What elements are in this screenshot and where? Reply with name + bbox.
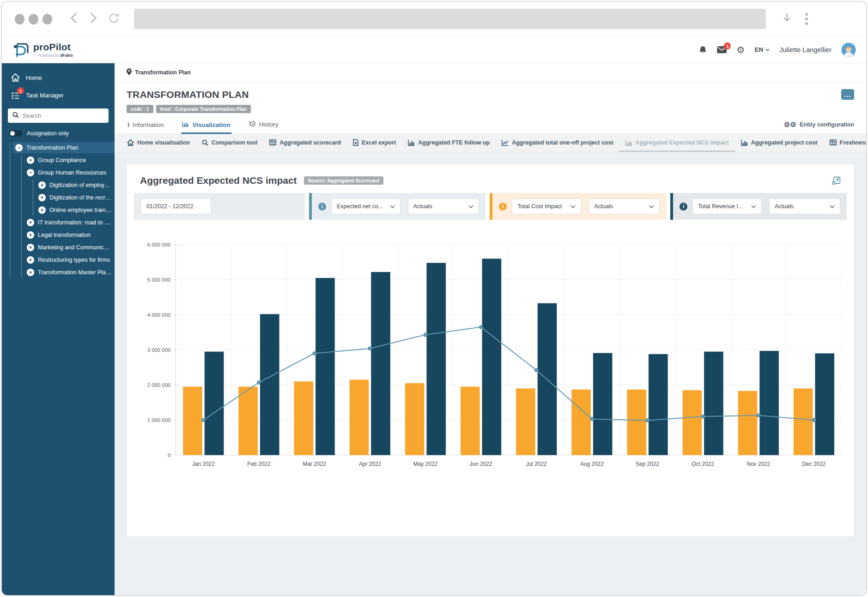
browser-menu-icon[interactable]	[805, 13, 808, 25]
settings-gear-icon[interactable]: ⚙	[736, 45, 745, 54]
avatar[interactable]	[841, 42, 856, 57]
info-icon[interactable]: i	[499, 203, 507, 211]
toolbar-item-home-visualisation[interactable]: Home visualisation	[121, 134, 196, 152]
metric-select[interactable]: Total Revenue I...	[692, 199, 762, 214]
forward-icon[interactable]	[88, 12, 99, 26]
info-icon[interactable]: i	[318, 203, 326, 211]
tree-item-label: Transformation Master Plan -...	[38, 269, 112, 276]
toolbar-item-label: Excel export	[362, 139, 396, 146]
expand-icon[interactable]: +	[27, 244, 34, 251]
svg-text:Nov 2022: Nov 2022	[747, 461, 770, 467]
svg-text:2 000 000: 2 000 000	[147, 382, 171, 388]
sidebar-item-task-manager[interactable]: 1 Task Manager	[2, 86, 115, 104]
assignation-toggle[interactable]	[9, 130, 22, 137]
toolbar-item-aggregated-scorecard[interactable]: Aggregated scorecard	[263, 134, 347, 152]
chevron-down-icon	[390, 205, 395, 208]
expand-icon[interactable]: +	[38, 194, 46, 201]
tree-item-digitization-of-employees[interactable]: +Digitization of employees ...	[36, 180, 115, 191]
url-bar[interactable]	[134, 9, 766, 29]
toolbar-item-aggregated-fte-follow-up[interactable]: Aggregated FTE follow up	[402, 134, 496, 152]
expand-icon[interactable]: +	[38, 181, 46, 189]
toolbar-item-aggregated-expected-ncs-impact[interactable]: Aggregated Expected NCS impact	[619, 134, 735, 152]
expand-icon[interactable]: +	[27, 256, 34, 264]
location-pin-icon	[127, 68, 132, 77]
expand-icon[interactable]: +	[27, 269, 34, 276]
tree-item-label: Online employee training ...	[49, 207, 112, 213]
tree-item-label: IT transformation: road to 20...	[38, 219, 112, 226]
svg-text:Apr 2022: Apr 2022	[359, 461, 381, 467]
metric-select[interactable]: Total Cost Impact	[512, 199, 581, 214]
tree-item-label: Restructuring types for firms	[38, 257, 110, 263]
collapse-icon[interactable]: −	[27, 169, 34, 176]
chart-bar-icon	[741, 139, 748, 146]
date-range-input[interactable]: 01/2022 - 12/2022	[140, 199, 211, 214]
messages-icon[interactable]: 1	[717, 46, 727, 54]
app-tagline: — Powered by dFakto	[33, 53, 73, 58]
panel-title: Aggregated Expected NCS impact	[140, 175, 297, 186]
chart-line-icon	[502, 139, 509, 146]
svg-text:6 000 000: 6 000 000	[147, 242, 171, 247]
svg-text:Jan 2022: Jan 2022	[192, 461, 215, 467]
tree-item-label: Digitization of employees ...	[49, 182, 112, 188]
app-logo[interactable]: proPilot — Powered by dFakto	[11, 41, 73, 59]
notifications-bell-icon[interactable]	[698, 45, 707, 54]
tree-item-legal-transformation[interactable]: +Legal transformation	[24, 229, 115, 241]
collapse-icon[interactable]: −	[15, 144, 23, 151]
toolbar-item-excel-export[interactable]: Excel export	[347, 134, 402, 152]
more-actions-button[interactable]: ...	[841, 89, 854, 100]
toolbar-item-aggregated-total-one-off-project-cost[interactable]: Aggregated total one-off project cost	[496, 134, 619, 152]
tree-item-transformation-plan[interactable]: −Transformation Plan	[12, 142, 115, 153]
expand-icon[interactable]: +	[38, 206, 46, 214]
chevron-down-icon	[765, 48, 770, 51]
chart-icon	[182, 121, 189, 128]
info-icon[interactable]: i	[680, 203, 687, 211]
entity-configuration-button[interactable]: ⚙⚙ Entity configuration	[784, 121, 854, 134]
toolbar-item-aggregated-project-cost[interactable]: Aggregated project cost	[735, 134, 824, 152]
tree-item-online-employee-training[interactable]: +Online employee training ...	[36, 205, 115, 216]
toolbar-item-comparison-tool[interactable]: Comparison tool	[196, 134, 263, 152]
search-input[interactable]	[23, 113, 104, 119]
user-name[interactable]: Juliette Langellier	[779, 46, 832, 54]
sidebar-item-home[interactable]: Home	[2, 69, 115, 86]
propilot-logo-icon	[11, 41, 30, 59]
svg-text:Dec 2022: Dec 2022	[802, 461, 826, 467]
window-dot[interactable]	[29, 14, 38, 24]
download-icon[interactable]	[782, 12, 792, 26]
language-selector[interactable]: EN	[754, 46, 770, 53]
period-select[interactable]: Actuals	[408, 199, 479, 214]
period-select[interactable]: Actuals	[589, 199, 660, 214]
tree-item-group-compliance[interactable]: +Group Compliance	[24, 155, 115, 166]
tab-visualization[interactable]: Visualization	[181, 116, 231, 134]
expand-icon[interactable]	[832, 176, 841, 185]
home-icon	[127, 139, 134, 146]
window-dot[interactable]	[15, 14, 24, 24]
svg-text:4 000 000: 4 000 000	[147, 312, 171, 318]
refresh-icon[interactable]	[108, 12, 120, 26]
source-badge: Source: Aggregated Scorecard	[304, 176, 383, 185]
tree-item-transformation-master-plan[interactable]: +Transformation Master Plan -...	[24, 267, 115, 278]
filter-group-expected-net-cost: i Expected net co... Actuals	[309, 193, 486, 220]
metric-select[interactable]: Expected net co...	[331, 199, 401, 214]
tree-item-marketing-and-communicati[interactable]: +Marketing and Communicati...	[24, 242, 115, 253]
tree-item-label: Marketing and Communicati...	[38, 244, 112, 251]
period-select[interactable]: Actuals	[769, 199, 840, 214]
svg-text:Feb 2022: Feb 2022	[247, 461, 270, 467]
sidebar-search	[8, 109, 109, 123]
tree-item-group-human-ressources[interactable]: −Group Human Ressources	[24, 167, 115, 178]
toolbar-item-freshness-of-data-project[interactable]: Freshness of data - Project	[824, 134, 867, 152]
expand-icon[interactable]: +	[27, 219, 34, 226]
tree-item-restructuring-types-for-firms[interactable]: +Restructuring types for firms	[24, 254, 115, 265]
back-icon[interactable]	[68, 12, 79, 26]
expand-icon[interactable]: +	[27, 157, 34, 164]
svg-text:Aug 2022: Aug 2022	[580, 461, 604, 467]
breadcrumb[interactable]: Transformation Plan	[115, 63, 866, 82]
tab-information[interactable]: i Information	[127, 116, 164, 134]
window-dot[interactable]	[42, 14, 52, 24]
tree-item-digitization-of-the-recruit[interactable]: +Digitization of the recruit...	[36, 192, 115, 203]
combo-chart: 01 000 0002 000 0003 000 0004 000 0005 0…	[134, 236, 847, 486]
sidebar-item-label: Home	[26, 74, 42, 81]
expand-icon[interactable]: +	[27, 231, 34, 239]
tab-history[interactable]: History	[248, 115, 279, 134]
sidebar-item-label: Task Manager	[26, 92, 64, 99]
tree-item-it-transformation-road-to-20[interactable]: +IT transformation: road to 20...	[24, 217, 115, 228]
